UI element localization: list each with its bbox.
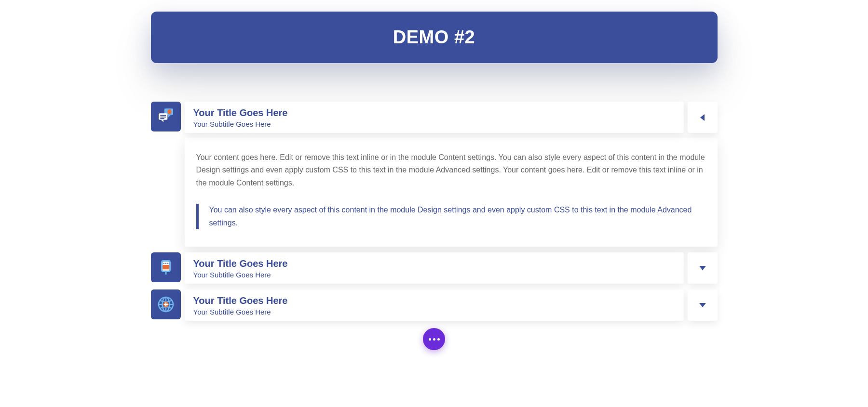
accordion-quote-text: You can also style every aspect of this … bbox=[209, 204, 706, 229]
globe-plus-icon bbox=[151, 289, 181, 319]
accordion-body: Your content goes here. Edit or remove t… bbox=[185, 138, 718, 247]
caret-left-icon bbox=[700, 114, 705, 121]
iv-bag-icon bbox=[151, 252, 181, 282]
accordion-header[interactable]: Your Title Goes Here Your Subtitle Goes … bbox=[185, 102, 684, 133]
accordion-header-row: Your Title Goes Here Your Subtitle Goes … bbox=[151, 289, 718, 321]
accordion-quote: You can also style every aspect of this … bbox=[196, 204, 706, 229]
accordion-subtitle: Your Subtitle Goes Here bbox=[193, 308, 675, 316]
accordion-header-row: Your Title Goes Here Your Subtitle Goes … bbox=[151, 252, 718, 284]
accordion-toggle[interactable] bbox=[688, 252, 718, 284]
dot-icon bbox=[433, 338, 435, 341]
svg-rect-4 bbox=[160, 118, 164, 119]
dot-icon bbox=[429, 338, 431, 341]
svg-rect-8 bbox=[163, 269, 169, 271]
accordion-header-row: Your Title Goes Here Your Subtitle Goes … bbox=[151, 102, 718, 133]
svg-rect-2 bbox=[160, 115, 166, 116]
svg-rect-19 bbox=[163, 304, 167, 305]
accordion-title: Your Title Goes Here bbox=[193, 257, 675, 270]
accordion-subtitle: Your Subtitle Goes Here bbox=[193, 120, 675, 128]
accordion-item: Your Title Goes Here Your Subtitle Goes … bbox=[151, 289, 718, 321]
accordion-item: Your Title Goes Here Your Subtitle Goes … bbox=[151, 252, 718, 284]
accordion-title: Your Title Goes Here bbox=[193, 106, 675, 119]
page-title: DEMO #2 bbox=[161, 27, 708, 48]
accordion-item: Your Title Goes Here Your Subtitle Goes … bbox=[151, 102, 718, 247]
accordion-header[interactable]: Your Title Goes Here Your Subtitle Goes … bbox=[185, 252, 684, 284]
svg-point-11 bbox=[165, 263, 166, 263]
accordion-title: Your Title Goes Here bbox=[193, 294, 675, 307]
more-options-fab[interactable] bbox=[423, 328, 445, 350]
accordion-subtitle: Your Subtitle Goes Here bbox=[193, 271, 675, 279]
accordion-header[interactable]: Your Title Goes Here Your Subtitle Goes … bbox=[185, 289, 684, 321]
svg-point-12 bbox=[167, 263, 168, 263]
page-banner: DEMO #2 bbox=[151, 12, 718, 63]
svg-rect-9 bbox=[165, 272, 166, 275]
accordion-body-text: Your content goes here. Edit or remove t… bbox=[196, 151, 706, 189]
accordion-toggle[interactable] bbox=[688, 289, 718, 321]
page-container: DEMO #2 Your Title Goes Here Your Subtit… bbox=[151, 0, 718, 321]
chat-icon bbox=[151, 102, 181, 131]
caret-down-icon bbox=[699, 266, 706, 270]
svg-point-10 bbox=[163, 263, 164, 263]
dot-icon bbox=[437, 338, 440, 341]
accordion-toggle[interactable] bbox=[688, 102, 718, 133]
caret-down-icon bbox=[699, 303, 706, 307]
svg-rect-3 bbox=[160, 117, 166, 118]
